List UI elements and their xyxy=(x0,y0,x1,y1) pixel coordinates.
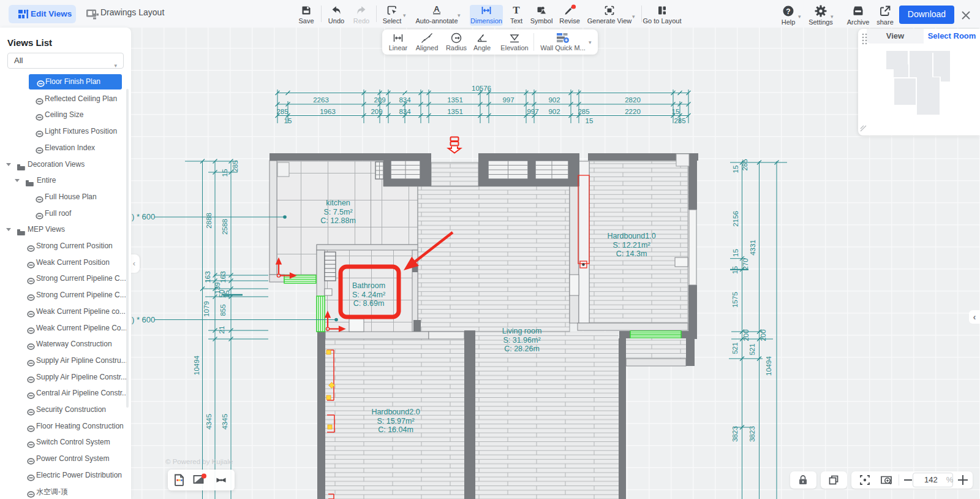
svg-text:C: 28.26m: C: 28.26m xyxy=(504,345,540,353)
svg-text:15: 15 xyxy=(223,291,230,299)
svg-text:4345: 4345 xyxy=(221,414,228,430)
svg-text:15: 15 xyxy=(672,108,680,115)
svg-text:285: 285 xyxy=(674,117,685,124)
svg-text:997: 997 xyxy=(502,96,514,104)
svg-text:209: 209 xyxy=(374,96,385,104)
svg-text:21: 21 xyxy=(218,326,225,334)
svg-text:1963: 1963 xyxy=(320,108,336,115)
svg-text:200: 200 xyxy=(742,329,750,341)
svg-text:C: 14.3m: C: 14.3m xyxy=(616,250,647,258)
svg-text:285: 285 xyxy=(578,108,589,115)
svg-text:C: 12.88m: C: 12.88m xyxy=(320,216,356,225)
svg-text:834: 834 xyxy=(399,96,411,104)
svg-text:209: 209 xyxy=(371,108,382,115)
svg-text:10494: 10494 xyxy=(765,356,772,376)
svg-text:2220: 2220 xyxy=(625,108,641,115)
svg-text:285: 285 xyxy=(741,159,748,170)
svg-text:3823: 3823 xyxy=(748,426,756,442)
svg-text:kitchen: kitchen xyxy=(326,199,350,207)
svg-text:902: 902 xyxy=(548,96,560,104)
svg-text:902: 902 xyxy=(548,108,560,115)
svg-text:285: 285 xyxy=(232,160,239,172)
svg-text:521: 521 xyxy=(731,342,739,354)
svg-text:15: 15 xyxy=(284,117,292,124)
svg-text:4345: 4345 xyxy=(205,414,213,430)
svg-text:4331: 4331 xyxy=(749,240,756,256)
svg-text:1351: 1351 xyxy=(447,96,463,104)
svg-text:163: 163 xyxy=(204,271,211,283)
svg-text:) * 600: ) * 600 xyxy=(132,212,155,221)
svg-text:) * 600: ) * 600 xyxy=(132,315,155,324)
svg-text:Living room: Living room xyxy=(502,327,542,335)
svg-text:C: 8.69m: C: 8.69m xyxy=(353,299,385,308)
svg-text:855: 855 xyxy=(219,304,227,316)
svg-text:2588: 2588 xyxy=(221,219,228,235)
svg-text:270: 270 xyxy=(742,258,749,270)
svg-text:2888: 2888 xyxy=(205,213,213,229)
svg-text:997: 997 xyxy=(527,108,538,115)
svg-text:A: A xyxy=(434,4,440,13)
svg-text:163: 163 xyxy=(219,271,227,283)
svg-text:S: 4.24m²: S: 4.24m² xyxy=(352,291,385,299)
svg-text:15: 15 xyxy=(732,166,739,173)
svg-text:834: 834 xyxy=(399,108,411,115)
svg-text:S: 31.96m²: S: 31.96m² xyxy=(503,336,540,345)
svg-text:2820: 2820 xyxy=(625,96,641,104)
svg-text:15: 15 xyxy=(586,117,594,124)
svg-text:2263: 2263 xyxy=(313,96,329,104)
svg-text:S: 12.21m²: S: 12.21m² xyxy=(612,241,650,250)
svg-text:1575: 1575 xyxy=(731,292,739,308)
svg-text:15: 15 xyxy=(731,266,739,274)
svg-text:© Powered by Kujiale: © Powered by Kujiale xyxy=(165,458,233,465)
svg-text:285: 285 xyxy=(276,108,288,115)
svg-text:3823: 3823 xyxy=(731,426,739,442)
svg-text:1351: 1351 xyxy=(447,108,463,115)
svg-text:?: ? xyxy=(786,7,790,16)
svg-text:C: 16.04m: C: 16.04m xyxy=(378,425,413,434)
svg-text:Hardbound1.0: Hardbound1.0 xyxy=(607,232,655,240)
svg-text:S: 15.97m²: S: 15.97m² xyxy=(377,417,414,425)
svg-text:15: 15 xyxy=(221,169,228,177)
svg-text:10494: 10494 xyxy=(193,355,200,375)
svg-text:521: 521 xyxy=(748,343,756,355)
svg-text:15: 15 xyxy=(732,249,739,257)
svg-text:S: 7.5m²: S: 7.5m² xyxy=(323,208,352,216)
svg-text:Hardbound2.0: Hardbound2.0 xyxy=(371,408,420,416)
svg-text:1079: 1079 xyxy=(203,301,210,317)
svg-text:10576: 10576 xyxy=(472,85,491,92)
svg-text:Bathroom: Bathroom xyxy=(352,281,385,290)
svg-text:2156: 2156 xyxy=(732,211,739,227)
svg-text:200: 200 xyxy=(760,329,767,341)
